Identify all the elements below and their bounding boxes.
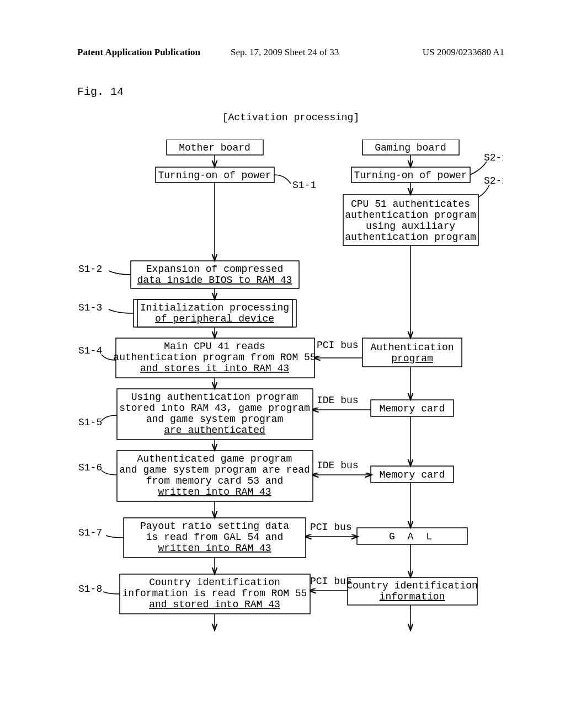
bus-pci-2: PCI bus (310, 522, 352, 533)
s1-4-l1: Main CPU 41 reads (164, 341, 265, 352)
bus-ide-2: IDE bus (317, 460, 359, 471)
s1-6-l3: from memory card 53 and (146, 475, 283, 486)
s1-8-label: S1-8 (78, 584, 102, 595)
flowchart-diagram: Mother board Gaming board Turning-on of … (78, 140, 503, 702)
s2-2-l4: authentication program (345, 232, 476, 243)
s1-5-l1: Using authentication program (131, 392, 298, 403)
s1-1-text: Turning-on of power (158, 170, 271, 181)
s1-5-label: S1-5 (78, 417, 102, 428)
gaming-board-header: Gaming board (375, 142, 446, 153)
header-number: US 2009/0233680 A1 (423, 47, 504, 58)
s1-3-l2: of peripheral device (155, 313, 274, 324)
s1-7-l1: Payout ratio setting data (140, 521, 289, 532)
s2-2-l1: CPU 51 authenticates (351, 199, 470, 210)
bus-pci-3: PCI bus (310, 576, 352, 587)
s1-7-l2: is read from GAL 54 and (146, 532, 283, 543)
s1-3-l1: Initialization processing (140, 302, 289, 313)
s1-8-l1: Country identification (149, 577, 280, 588)
s1-5-l4: are authenticated (164, 425, 265, 436)
s2-1-label: S2-1 (484, 152, 503, 163)
s1-1-label: S1-1 (292, 180, 316, 191)
s1-4-label: S1-4 (78, 345, 102, 356)
s1-7-l3: written into RAM 43 (158, 543, 271, 554)
s1-6-l2: and game system program are read (119, 464, 310, 475)
s1-6-l1: Authenticated game program (137, 453, 292, 464)
s2-2-label: S2-2 (484, 175, 503, 186)
s1-5-l3: and game system program (146, 414, 283, 425)
s1-4-l2: authentication program from ROM 55 (113, 352, 316, 363)
gal-box: G A L (389, 531, 435, 542)
bus-ide-1: IDE bus (317, 395, 359, 406)
auth-prog-l1: Authentication (370, 342, 454, 353)
header-date: Sep. 17, 2009 Sheet 24 of 33 (231, 47, 339, 58)
s1-2-label: S1-2 (78, 264, 102, 275)
page-header: Patent Application Publication Sep. 17, … (77, 47, 504, 58)
s1-6-l4: written into RAM 43 (158, 486, 271, 497)
mem-card-1: Memory card (380, 403, 445, 414)
s2-1-text: Turning-on of power (354, 170, 467, 181)
s1-4-l3: and stores it into RAM 43 (140, 363, 289, 374)
cid-l1: Country identification (347, 580, 478, 591)
s1-2-l2: data inside BIOS to RAM 43 (137, 275, 292, 286)
header-publication: Patent Application Publication (77, 47, 200, 58)
auth-prog-l2: program (391, 353, 433, 364)
s1-8-l3: and stored into RAM 43 (149, 599, 280, 610)
bus-pci-1: PCI bus (317, 340, 359, 351)
s1-7-label: S1-7 (78, 527, 102, 538)
s2-2-l2: authentication program (345, 210, 476, 221)
s1-2-l1: Expansion of compressed (146, 264, 283, 275)
figure-label: Fig. 14 (77, 85, 504, 98)
s2-2-l3: using auxiliary (366, 221, 455, 232)
s1-6-label: S1-6 (78, 462, 102, 473)
activation-title: [Activation processing] (77, 112, 504, 123)
s1-5-l2: stored into RAM 43, game program (119, 403, 310, 414)
s1-3-label: S1-3 (78, 302, 102, 313)
mem-card-2: Memory card (380, 469, 445, 480)
cid-l2: information (380, 591, 445, 602)
s1-8-l2: information is read from ROM 55 (122, 588, 307, 599)
mother-board-header: Mother board (179, 142, 250, 153)
